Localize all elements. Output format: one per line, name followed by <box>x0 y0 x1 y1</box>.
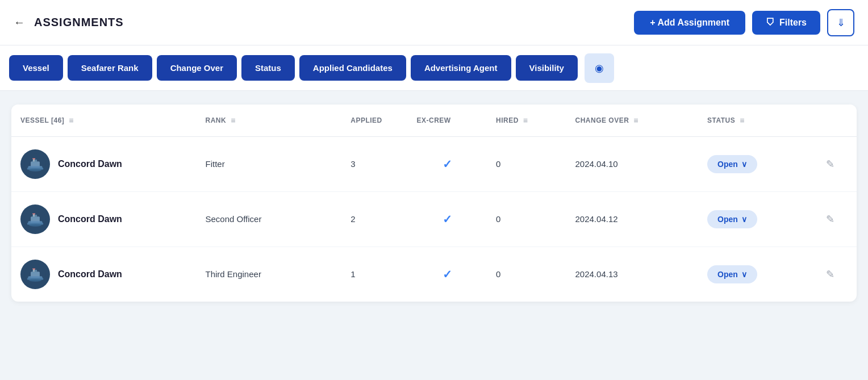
tab-applied-candidates[interactable]: Applied Candidates <box>299 55 406 81</box>
header-left: ← ASSIGNMENTS <box>14 16 124 29</box>
changeover-cell-1: 2024.04.12 <box>566 192 699 247</box>
rank-cell-0: Fitter <box>197 137 342 192</box>
filter-tabs: Vessel Seafarer Rank Change Over Status … <box>0 45 868 91</box>
rank-cell-1: Second Officer <box>197 192 342 247</box>
col-hired-label: HIRED <box>496 116 519 124</box>
action-cell-0: ✎ <box>817 137 857 192</box>
back-button[interactable]: ← <box>14 16 25 29</box>
tab-vessel[interactable]: Vessel <box>9 55 63 81</box>
rank-text-2: Third Engineer <box>206 269 261 279</box>
col-applied-label: APPLIED <box>350 116 382 124</box>
tab-seafarer-rank[interactable]: Seafarer Rank <box>68 55 152 81</box>
clear-filters-button[interactable]: ◉ <box>585 53 614 83</box>
back-icon: ← <box>14 16 25 29</box>
assignments-table: VESSEL [46] ≡ RANK ≡ APPLIED <box>11 105 857 302</box>
vessel-filter-icon[interactable]: ≡ <box>69 116 74 125</box>
status-badge-0[interactable]: Open ∨ <box>707 155 757 173</box>
edit-button-0[interactable]: ✎ <box>826 158 834 170</box>
hired-value-0: 0 <box>496 159 500 169</box>
excrew-cell-1: ✓ <box>408 192 487 247</box>
tab-change-over[interactable]: Change Over <box>157 55 237 81</box>
col-header-status: STATUS ≡ <box>698 105 817 137</box>
svg-point-13 <box>29 224 41 227</box>
vessel-name-1: Concord Dawn <box>58 214 122 224</box>
hired-cell-0: 0 <box>487 137 566 192</box>
status-label-2: Open <box>717 270 738 279</box>
col-header-changeover: CHANGE OVER ≡ <box>566 105 699 137</box>
vessel-name-0: Concord Dawn <box>58 159 122 169</box>
svg-rect-15 <box>32 214 35 215</box>
table-row: Concord Dawn Second Officer 2 ✓ 0 2024.0… <box>11 192 857 247</box>
vessel-cell-0: Concord Dawn <box>11 137 197 192</box>
tab-advertising-agent[interactable]: Advertising Agent <box>411 55 511 81</box>
applied-cell-0: 3 <box>341 137 407 192</box>
action-cell-1: ✎ <box>817 192 857 247</box>
rank-cell-2: Third Engineer <box>197 247 342 302</box>
col-excrew-label: EX-CREW <box>417 116 451 124</box>
vessel-avatar-1 <box>20 204 50 234</box>
svg-point-5 <box>29 169 41 172</box>
rank-text-1: Second Officer <box>206 214 262 224</box>
filter-icon: ⛉ <box>766 18 775 28</box>
table-card: VESSEL [46] ≡ RANK ≡ APPLIED <box>11 105 857 302</box>
excrew-check-1: ✓ <box>443 213 452 226</box>
table-header-row: VESSEL [46] ≡ RANK ≡ APPLIED <box>11 105 857 137</box>
col-vessel-label: VESSEL [46] <box>20 116 64 124</box>
applied-cell-1: 2 <box>341 192 407 247</box>
col-header-hired: HIRED ≡ <box>487 105 566 137</box>
hired-value-2: 0 <box>496 269 500 279</box>
changeover-value-0: 2024.04.10 <box>575 159 618 169</box>
col-header-applied: APPLIED <box>341 105 407 137</box>
svg-rect-7 <box>32 158 35 160</box>
excrew-cell-2: ✓ <box>408 247 487 302</box>
applied-cell-2: 1 <box>341 247 407 302</box>
header: ← ASSIGNMENTS + Add Assignment ⛉ Filters… <box>0 0 868 45</box>
tab-visibility[interactable]: Visibility <box>516 55 578 81</box>
add-assignment-label: + Add Assignment <box>650 18 729 28</box>
col-header-action <box>817 105 857 137</box>
header-right: + Add Assignment ⛉ Filters ⇓ <box>634 9 854 36</box>
vessel-avatar-0 <box>20 149 50 179</box>
changeover-cell-2: 2024.04.13 <box>566 247 699 302</box>
col-header-vessel: VESSEL [46] ≡ <box>11 105 197 137</box>
action-cell-2: ✎ <box>817 247 857 302</box>
download-button[interactable]: ⇓ <box>827 9 854 36</box>
changeover-value-1: 2024.04.12 <box>575 214 618 224</box>
status-cell-1: Open ∨ <box>698 192 817 247</box>
status-label-0: Open <box>717 160 738 169</box>
svg-rect-10 <box>32 215 37 218</box>
applied-value-0: 3 <box>350 159 355 169</box>
edit-button-1[interactable]: ✎ <box>826 214 834 225</box>
status-badge-1[interactable]: Open ∨ <box>707 210 757 228</box>
table-row: Concord Dawn Fitter 3 ✓ 0 2024.04.10 Ope… <box>11 137 857 192</box>
col-header-rank: RANK ≡ <box>197 105 342 137</box>
clear-icon: ◉ <box>595 62 604 74</box>
table-row: Concord Dawn Third Engineer 1 ✓ 0 2024.0… <box>11 247 857 302</box>
rank-filter-icon[interactable]: ≡ <box>231 116 236 125</box>
vessel-cell-1: Concord Dawn <box>11 192 197 247</box>
filters-button[interactable]: ⛉ Filters <box>752 11 820 35</box>
status-cell-2: Open ∨ <box>698 247 817 302</box>
vessel-cell-2: Concord Dawn <box>11 247 197 302</box>
hired-cell-1: 0 <box>487 192 566 247</box>
applied-value-1: 2 <box>350 214 355 224</box>
page-title: ASSIGNMENTS <box>34 16 124 29</box>
rank-text-0: Fitter <box>206 159 225 169</box>
excrew-cell-0: ✓ <box>408 137 487 192</box>
tab-status[interactable]: Status <box>241 55 295 81</box>
status-dropdown-icon-1: ∨ <box>741 215 747 224</box>
excrew-check-0: ✓ <box>443 158 452 170</box>
filters-label: Filters <box>779 18 807 28</box>
vessel-avatar-2 <box>20 260 50 289</box>
add-assignment-button[interactable]: + Add Assignment <box>634 11 745 35</box>
status-label-1: Open <box>717 215 738 224</box>
changeover-cell-0: 2024.04.10 <box>566 137 699 192</box>
status-filter-icon[interactable]: ≡ <box>740 116 745 125</box>
changeover-filter-icon[interactable]: ≡ <box>633 116 639 125</box>
col-status-label: STATUS <box>707 116 735 124</box>
hired-filter-icon[interactable]: ≡ <box>523 116 528 125</box>
edit-button-2[interactable]: ✎ <box>826 269 834 280</box>
col-changeover-label: CHANGE OVER <box>575 116 629 124</box>
main-content: VESSEL [46] ≡ RANK ≡ APPLIED <box>0 91 868 315</box>
status-badge-2[interactable]: Open ∨ <box>707 265 757 283</box>
